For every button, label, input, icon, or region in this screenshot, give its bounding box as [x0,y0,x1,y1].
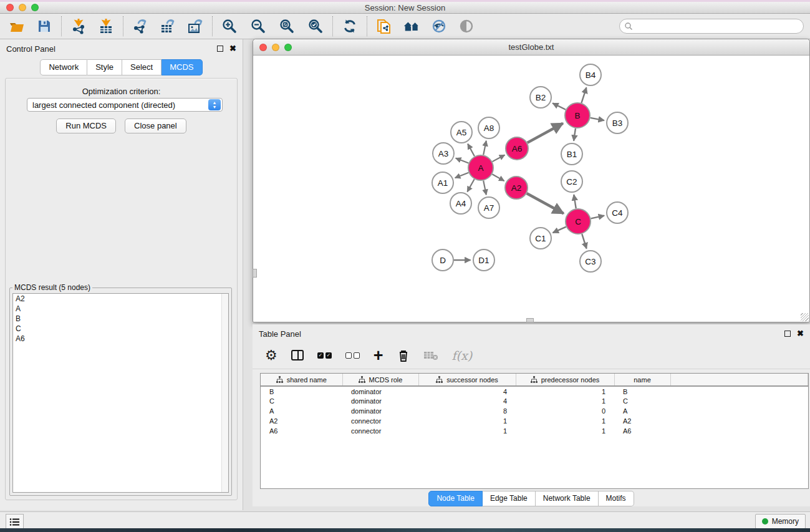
edge-A2-C[interactable] [527,193,564,213]
clone-network-icon[interactable] [375,17,393,35]
export-network-icon[interactable] [132,17,149,35]
result-item[interactable]: A [13,304,228,314]
graph-node-A6[interactable]: A6 [506,137,528,160]
edge-B-B2[interactable] [552,103,566,109]
column-header-shared-name[interactable]: shared name [261,374,342,386]
refresh-icon[interactable] [341,17,359,35]
table-cell[interactable]: B [614,386,670,396]
table-cell[interactable]: 1 [516,416,614,426]
close-panel-icon[interactable]: ✖ [229,46,236,52]
close-table-panel-icon[interactable]: ✖ [797,331,804,337]
graph-node-C1[interactable]: C1 [530,228,551,249]
show-network-home-icon[interactable] [403,17,420,35]
table-cell[interactable]: B [261,386,342,396]
search-field[interactable] [619,19,804,34]
graph-node-C4[interactable]: C4 [607,202,628,223]
zoom-in-icon[interactable] [221,17,238,35]
save-session-icon[interactable] [36,17,53,35]
import-network-icon[interactable] [70,17,87,35]
graph-node-B1[interactable]: B1 [561,143,582,165]
graph-node-A[interactable]: A [468,155,493,180]
network-graph[interactable]: B4B2BB3A5A8A6B1A3AC2A1A2A4A7C4CC1C3DD1 [253,56,809,322]
table-cell[interactable]: dominator [342,406,418,416]
edge-A-A2[interactable] [492,174,504,181]
table-cell[interactable]: C [261,396,342,406]
table-row[interactable]: Bdominator41B [261,386,808,396]
table-cell[interactable]: 1 [516,426,614,436]
edge-A-A1[interactable] [455,173,469,178]
table-settings-icon[interactable]: ⚙ [265,347,277,364]
table-header-row[interactable]: shared name MCDS role successor nodes pr… [261,374,808,386]
table-row[interactable]: Adominator80A [261,406,808,416]
edge-A-A7[interactable] [483,181,486,195]
edge-A-A5[interactable] [468,144,475,157]
task-history-button[interactable] [6,514,24,530]
table-cell[interactable]: connector [342,416,418,426]
table-cell[interactable]: 1 [516,386,614,396]
graph-node-C3[interactable]: C3 [580,251,601,272]
edge-C-C4[interactable] [591,216,604,219]
delete-column-icon[interactable] [397,347,410,364]
select-all-icon[interactable]: ✓✓ [317,347,332,364]
column-header-successor-nodes[interactable]: successor nodes [418,374,516,386]
table-cell[interactable]: 4 [418,396,516,406]
memory-button[interactable]: Memory [755,514,806,529]
column-header-predecessor-nodes[interactable]: predecessor nodes [516,374,614,386]
edge-A-A4[interactable] [467,179,474,191]
delete-table-icon[interactable] [423,347,438,364]
table-cell[interactable]: 4 [418,386,516,396]
graph-node-A4[interactable]: A4 [450,193,471,214]
table-cell[interactable]: A [261,406,342,416]
edge-A-A6[interactable] [493,155,505,162]
table-cell[interactable]: C [614,396,670,406]
graph-node-D[interactable]: D [432,249,453,271]
table-row[interactable]: A2connector11A2 [261,416,808,426]
graph-node-A5[interactable]: A5 [451,122,472,143]
deselect-all-icon[interactable] [345,347,360,364]
graph-node-A1[interactable]: A1 [432,172,453,193]
tab-network[interactable]: Network [40,59,87,75]
table-cell[interactable]: A6 [261,426,342,436]
edge-A6-B[interactable] [528,123,563,143]
column-header-mcds-role[interactable]: MCDS role [342,374,418,386]
network-horizontal-scrollbar-thumb[interactable] [526,318,534,322]
graph-node-B2[interactable]: B2 [530,87,551,108]
result-item[interactable]: C [13,324,228,334]
table-cell[interactable]: dominator [342,386,418,396]
split-view-icon[interactable] [291,347,304,364]
mcds-result-list[interactable]: A2ABCA6 [12,293,229,493]
graph-node-D1[interactable]: D1 [473,249,494,271]
table-row[interactable]: Cdominator41C [261,396,808,406]
graph-node-C2[interactable]: C2 [561,171,582,192]
result-item[interactable]: A6 [13,334,228,344]
table-cell[interactable]: 8 [418,406,516,416]
tab-network-table[interactable]: Network Table [536,491,599,506]
tab-motifs[interactable]: Motifs [599,491,634,506]
show-eye-icon[interactable] [458,17,475,35]
graph-node-B3[interactable]: B3 [607,112,628,133]
table-row[interactable]: A6connector11A6 [261,426,808,436]
float-panel-icon[interactable] [217,46,223,52]
edge-B-B4[interactable] [581,87,586,103]
edge-C-C1[interactable] [553,227,566,233]
table-cell[interactable]: A2 [614,416,670,426]
edge-A-A8[interactable] [483,141,486,155]
tab-mcds[interactable]: MCDS [162,59,202,75]
column-header-name[interactable]: name [614,374,670,386]
table-cell[interactable]: 1 [418,426,516,436]
run-mcds-button[interactable]: Run MCDS [56,118,116,133]
zoom-selected-icon[interactable] [307,17,324,35]
graph-node-A7[interactable]: A7 [478,197,499,218]
import-table-icon[interactable] [97,17,115,35]
tab-style[interactable]: Style [87,59,122,75]
table-cell[interactable]: A [614,406,670,416]
edge-B-B1[interactable] [574,128,576,141]
result-item[interactable]: B [13,314,228,324]
graph-node-A3[interactable]: A3 [433,143,454,164]
edge-B-B3[interactable] [591,118,604,120]
zoom-out-icon[interactable] [249,17,267,35]
open-session-icon[interactable] [8,17,26,35]
result-scrollbar[interactable] [221,294,228,492]
graph-node-C[interactable]: C [566,209,591,234]
table-cell[interactable]: A2 [261,416,342,426]
